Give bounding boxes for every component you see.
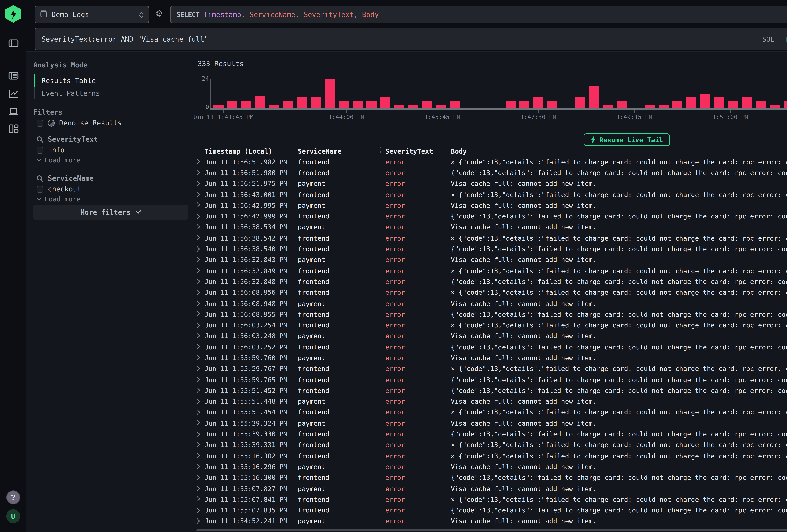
row-expand-chevron-icon[interactable] [195, 464, 205, 469]
histogram-bar[interactable] [420, 79, 434, 108]
filter-option-info[interactable]: info [37, 146, 65, 154]
row-expand-chevron-icon[interactable] [195, 442, 205, 447]
log-row[interactable]: Jun 11 1:55:59.765 PMfrontenderror{"code… [195, 374, 787, 385]
column-header-body[interactable]: Body [451, 147, 787, 154]
search-logs-icon[interactable] [7, 70, 19, 81]
column-header-severitytext[interactable]: SeverityText [385, 147, 451, 154]
log-row[interactable]: Jun 11 1:55:59.760 PMpaymenterrorVisa ca… [195, 352, 787, 363]
log-row[interactable]: Jun 11 1:55:51.454 PMfrontenderror× {"co… [195, 407, 787, 418]
log-row[interactable]: Jun 11 1:55:39.324 PMpaymenterrorVisa ca… [195, 418, 787, 428]
column-resize-handle[interactable] [380, 147, 381, 154]
histogram-bar[interactable] [212, 79, 226, 108]
log-row[interactable]: Jun 11 1:56:08.955 PMfrontenderror{"code… [195, 308, 787, 320]
collapse-sidebar-icon[interactable] [7, 37, 19, 48]
histogram-bar[interactable] [573, 79, 587, 108]
histogram-bar[interactable] [615, 79, 629, 108]
row-expand-chevron-icon[interactable] [195, 224, 205, 230]
row-expand-chevron-icon[interactable] [195, 202, 205, 208]
row-expand-chevron-icon[interactable] [195, 420, 205, 426]
histogram-bar[interactable] [490, 79, 504, 108]
histogram-bar[interactable] [323, 79, 337, 108]
histogram-bar[interactable] [379, 79, 392, 108]
row-expand-chevron-icon[interactable] [195, 290, 205, 295]
analysis-item-results-table[interactable]: Results Table [34, 74, 100, 87]
row-expand-chevron-icon[interactable] [195, 333, 205, 339]
histogram-bar[interactable] [782, 79, 787, 108]
row-expand-chevron-icon[interactable] [195, 246, 205, 252]
analysis-item-event-patterns[interactable]: Event Patterns [34, 87, 100, 100]
log-row[interactable]: Jun 11 1:56:42.999 PMfrontenderror{"code… [195, 211, 787, 221]
sessions-icon[interactable] [7, 106, 19, 117]
log-row[interactable]: Jun 11 1:54:52.241 PMpaymenterrorVisa ca… [195, 515, 787, 526]
histogram-bar[interactable] [601, 79, 615, 108]
denoise-checkbox[interactable] [37, 120, 43, 127]
log-row[interactable]: Jun 11 1:55:16.300 PMfrontenderror{"code… [195, 472, 787, 483]
column-header-timestamp[interactable]: Timestamp (Local) [205, 147, 298, 154]
column-resize-handle[interactable] [292, 147, 292, 154]
row-expand-chevron-icon[interactable] [195, 344, 205, 349]
row-expand-chevron-icon[interactable] [195, 180, 205, 186]
dashboards-icon[interactable] [7, 123, 19, 134]
search-icon[interactable] [37, 175, 43, 182]
source-settings-gear-icon[interactable]: ⚙ [152, 4, 167, 22]
histogram-bar[interactable] [754, 79, 768, 108]
row-expand-chevron-icon[interactable] [195, 366, 205, 371]
histogram-bar[interactable] [712, 79, 726, 108]
histogram-bar[interactable] [532, 79, 546, 108]
row-expand-chevron-icon[interactable] [195, 170, 205, 175]
row-expand-chevron-icon[interactable] [195, 213, 205, 219]
log-row[interactable]: Jun 11 1:56:08.956 PMfrontenderror× {"co… [195, 287, 787, 298]
histogram-bar[interactable] [476, 79, 490, 108]
filter-option-checkout[interactable]: checkout [37, 185, 81, 193]
log-row[interactable]: Jun 11 1:55:16.302 PMfrontenderror× {"co… [195, 450, 787, 461]
histogram-bar[interactable] [671, 79, 684, 108]
row-expand-chevron-icon[interactable] [195, 191, 205, 197]
column-resize-handle[interactable] [443, 147, 443, 154]
log-row[interactable]: Jun 11 1:56:43.001 PMfrontenderror× {"co… [195, 189, 787, 200]
log-row[interactable]: Jun 11 1:56:32.849 PMfrontenderror× {"co… [195, 265, 787, 276]
log-row[interactable]: Jun 11 1:55:39.331 PMfrontenderror× {"co… [195, 439, 787, 450]
log-row[interactable]: Jun 11 1:56:03.248 PMpaymenterrorVisa ca… [195, 331, 787, 341]
log-row[interactable]: Jun 11 1:56:32.848 PMfrontenderror{"code… [195, 276, 787, 287]
histogram-bar[interactable] [239, 79, 253, 108]
more-filters-button[interactable]: More filters [34, 205, 188, 220]
histogram-bar[interactable] [559, 79, 573, 108]
log-row[interactable]: Jun 11 1:55:59.767 PMfrontenderror× {"co… [195, 363, 787, 374]
histogram-bar[interactable] [364, 79, 378, 108]
histogram-bar[interactable] [657, 79, 671, 108]
denoise-results-filter[interactable]: Denoise Results [37, 119, 122, 127]
histogram-bar[interactable] [684, 79, 698, 108]
row-expand-chevron-icon[interactable] [195, 159, 205, 165]
log-row[interactable]: Jun 11 1:56:38.534 PMpaymenterrorVisa ca… [195, 221, 787, 232]
log-row[interactable]: Jun 11 1:56:38.542 PMfrontenderror× {"co… [195, 232, 787, 243]
row-expand-chevron-icon[interactable] [195, 387, 205, 393]
log-row[interactable]: Jun 11 1:55:07.835 PMfrontenderror{"code… [195, 505, 787, 515]
row-expand-chevron-icon[interactable] [195, 485, 205, 491]
log-row[interactable]: Jun 11 1:55:07.841 PMfrontenderror× {"co… [195, 494, 787, 505]
log-row[interactable]: Jun 11 1:55:16.296 PMpaymenterrorVisa ca… [195, 461, 787, 472]
log-row[interactable]: Jun 11 1:55:51.452 PMfrontenderror{"code… [195, 385, 787, 396]
histogram-bar[interactable] [517, 79, 531, 108]
row-expand-chevron-icon[interactable] [195, 300, 205, 306]
row-expand-chevron-icon[interactable] [195, 355, 205, 360]
histogram-bar[interactable] [267, 79, 281, 108]
histogram-bar[interactable] [726, 79, 740, 108]
row-expand-chevron-icon[interactable] [195, 431, 205, 437]
log-row[interactable]: Jun 11 1:56:42.995 PMpaymenterrorVisa ca… [195, 200, 787, 211]
histogram-bar[interactable] [643, 79, 657, 108]
log-row[interactable]: Jun 11 1:56:03.252 PMfrontenderror{"code… [195, 341, 787, 352]
histogram-bar[interactable] [281, 79, 295, 108]
histogram-bar[interactable] [448, 79, 462, 108]
log-row[interactable]: Jun 11 1:56:51.980 PMfrontenderror{"code… [195, 167, 787, 178]
column-header-servicename[interactable]: ServiceName [298, 147, 385, 154]
user-avatar[interactable]: U [6, 509, 20, 523]
row-expand-chevron-icon[interactable] [195, 257, 205, 262]
histogram-bar[interactable] [629, 79, 643, 108]
mode-sql-button[interactable]: SQL [762, 35, 774, 43]
histogram-bar[interactable] [587, 79, 601, 108]
resume-live-tail-button[interactable]: Resume Live Tail [583, 133, 670, 146]
source-select[interactable]: Demo Logs [35, 6, 149, 23]
filter-checkbox[interactable] [37, 147, 43, 154]
search-icon[interactable] [37, 136, 43, 143]
histogram-bar[interactable] [392, 79, 406, 108]
